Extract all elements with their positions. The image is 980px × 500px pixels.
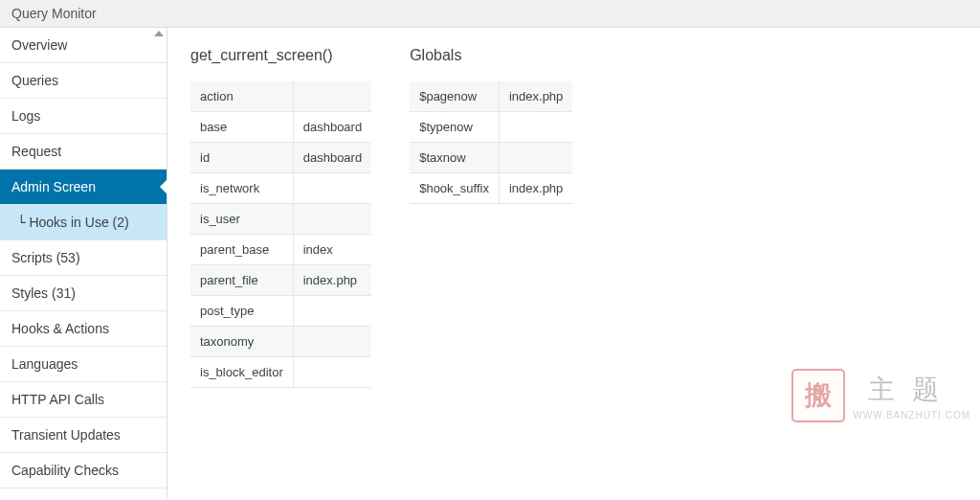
table-row: parent_baseindex bbox=[190, 235, 371, 265]
table-row: is_user bbox=[190, 204, 371, 235]
sidebar-item-languages[interactable]: Languages bbox=[0, 347, 167, 382]
screen-value bbox=[293, 81, 371, 112]
globals-section: Globals $pagenowindex.php$typenow$taxnow… bbox=[410, 47, 572, 480]
sidebar-item-scripts[interactable]: Scripts (53) bbox=[0, 240, 167, 276]
screen-value bbox=[293, 296, 371, 327]
sidebar-item-overview[interactable]: Overview bbox=[0, 28, 167, 63]
screen-key: base bbox=[190, 112, 293, 143]
global-value: index.php bbox=[499, 81, 572, 112]
global-value bbox=[499, 143, 572, 173]
screen-section: get_current_screen() actionbasedashboard… bbox=[190, 47, 371, 480]
screen-key: id bbox=[190, 143, 293, 173]
table-row: action bbox=[190, 81, 371, 112]
screen-value: index bbox=[293, 235, 371, 265]
global-value: index.php bbox=[499, 173, 572, 204]
global-key: $taxnow bbox=[410, 143, 499, 173]
watermark-seal-icon: 搬 bbox=[791, 369, 845, 422]
global-value bbox=[499, 112, 572, 143]
screen-key: action bbox=[190, 81, 293, 112]
screen-value bbox=[293, 327, 371, 357]
globals-heading: Globals bbox=[410, 47, 572, 64]
screen-value: index.php bbox=[293, 265, 371, 296]
sidebar-subitem-hooks-in-use[interactable]: └Hooks in Use (2) bbox=[0, 205, 167, 240]
screen-value: dashboard bbox=[293, 143, 371, 173]
table-row: iddashboard bbox=[190, 143, 371, 173]
sidebar-item-logs[interactable]: Logs bbox=[0, 99, 167, 134]
sidebar-item-queries[interactable]: Queries bbox=[0, 63, 167, 99]
content-area: get_current_screen() actionbasedashboard… bbox=[167, 28, 980, 499]
sidebar-item-styles[interactable]: Styles (31) bbox=[0, 276, 167, 311]
table-row: parent_fileindex.php bbox=[190, 265, 371, 296]
screen-heading: get_current_screen() bbox=[190, 47, 371, 64]
table-row: is_block_editor bbox=[190, 357, 371, 388]
panel-header: Query Monitor bbox=[0, 0, 980, 28]
globals-table: $pagenowindex.php$typenow$taxnow$hook_su… bbox=[410, 81, 572, 204]
screen-key: parent_file bbox=[190, 265, 293, 296]
table-row: $hook_suffixindex.php bbox=[410, 173, 572, 204]
table-row: $pagenowindex.php bbox=[410, 81, 572, 112]
screen-value: dashboard bbox=[293, 112, 371, 143]
screen-key: taxonomy bbox=[190, 327, 293, 357]
screen-key: is_block_editor bbox=[190, 357, 293, 388]
table-row: post_type bbox=[190, 296, 371, 327]
screen-table: actionbasedashboardiddashboardis_network… bbox=[190, 81, 371, 388]
watermark: 搬 主题 WWW.BANZHUTI.COM bbox=[791, 369, 970, 422]
screen-value bbox=[293, 357, 371, 388]
sidebar: Overview Queries Logs Request Admin Scre… bbox=[0, 28, 167, 499]
global-key: $typenow bbox=[410, 112, 499, 143]
table-row: $taxnow bbox=[410, 143, 572, 173]
screen-value bbox=[293, 173, 371, 204]
table-row: is_network bbox=[190, 173, 371, 204]
watermark-url: WWW.BANZHUTI.COM bbox=[853, 410, 970, 420]
screen-value bbox=[293, 204, 371, 235]
watermark-text: 主题 bbox=[853, 372, 970, 408]
sidebar-item-hooks-actions[interactable]: Hooks & Actions bbox=[0, 311, 167, 347]
table-row: taxonomy bbox=[190, 327, 371, 357]
table-row: $typenow bbox=[410, 112, 572, 143]
table-row: basedashboard bbox=[190, 112, 371, 143]
screen-key: parent_base bbox=[190, 235, 293, 265]
screen-key: is_user bbox=[190, 204, 293, 235]
sidebar-item-request[interactable]: Request bbox=[0, 134, 167, 170]
global-key: $pagenow bbox=[410, 81, 499, 112]
global-key: $hook_suffix bbox=[410, 173, 499, 204]
tree-branch-icon: └ bbox=[17, 215, 25, 230]
panel-body: Overview Queries Logs Request Admin Scre… bbox=[0, 28, 980, 499]
sidebar-item-transient-updates[interactable]: Transient Updates bbox=[0, 418, 167, 453]
panel-title: Query Monitor bbox=[11, 6, 97, 21]
screen-key: is_network bbox=[190, 173, 293, 204]
sidebar-item-admin-screen[interactable]: Admin Screen bbox=[0, 170, 167, 205]
screen-key: post_type bbox=[190, 296, 293, 327]
sidebar-item-http-api[interactable]: HTTP API Calls bbox=[0, 382, 167, 418]
sidebar-item-capability-checks[interactable]: Capability Checks bbox=[0, 453, 167, 489]
